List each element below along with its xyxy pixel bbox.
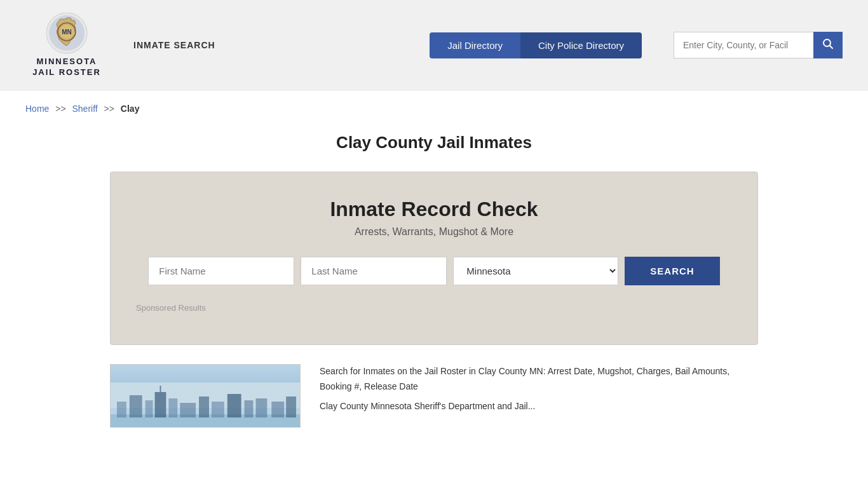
svg-rect-22 [271, 402, 284, 417]
page-title: Clay County Jail Inmates [0, 133, 868, 152]
breadcrumb: Home >> Sheriff >> Clay [0, 91, 868, 126]
header-search-bar [674, 32, 843, 58]
svg-rect-14 [168, 398, 177, 417]
header-search-button[interactable] [813, 32, 843, 58]
record-check-box: Inmate Record Check Arrests, Warrants, M… [110, 172, 758, 345]
svg-rect-17 [199, 396, 209, 417]
svg-text:MN: MN [62, 29, 72, 36]
last-name-input[interactable] [301, 257, 447, 285]
record-check-form: AlabamaAlaskaArizonaArkansasCaliforniaCo… [136, 257, 732, 285]
svg-line-6 [830, 46, 833, 49]
svg-rect-12 [146, 400, 153, 417]
logo-area: MN MINNESOTA JAIL ROSTER [25, 13, 108, 78]
skyline-image [111, 383, 300, 427]
content-description: Search for Inmates on the Jail Roster in… [320, 364, 758, 395]
svg-rect-21 [255, 398, 267, 417]
svg-rect-19 [227, 394, 241, 417]
mn-logo-icon: MN [46, 13, 88, 54]
svg-rect-11 [130, 395, 142, 417]
state-select[interactable]: AlabamaAlaskaArizonaArkansasCaliforniaCo… [453, 257, 618, 285]
county-image [110, 364, 301, 428]
svg-rect-16 [180, 403, 196, 417]
breadcrumb-sheriff[interactable]: Sheriff [72, 104, 98, 114]
breadcrumb-current: Clay [121, 104, 140, 114]
search-icon [822, 38, 834, 50]
record-check-section: Inmate Record Check Arrests, Warrants, M… [85, 172, 783, 345]
content-text: Search for Inmates on the Jail Roster in… [320, 364, 758, 428]
svg-rect-20 [245, 400, 254, 417]
svg-rect-23 [286, 396, 296, 417]
sponsored-results-label: Sponsored Results [136, 303, 732, 313]
breadcrumb-sep2: >> [104, 104, 114, 114]
city-police-directory-button[interactable]: City Police Directory [520, 32, 642, 58]
site-logo-title: MINNESOTA JAIL ROSTER [32, 57, 101, 78]
record-search-button[interactable]: SEARCH [625, 257, 719, 285]
record-check-subtitle: Arrests, Warrants, Mugshot & More [136, 226, 732, 238]
svg-rect-10 [117, 402, 126, 417]
breadcrumb-sep1: >> [55, 104, 65, 114]
svg-rect-13 [155, 392, 166, 417]
inmate-search-link[interactable]: INMATE SEARCH [133, 40, 215, 50]
nav-buttons: Jail Directory City Police Directory [430, 32, 642, 58]
site-header: MN MINNESOTA JAIL ROSTER INMATE SEARCH J… [0, 0, 868, 91]
breadcrumb-home[interactable]: Home [25, 104, 49, 114]
record-check-title: Inmate Record Check [136, 198, 732, 221]
first-name-input[interactable] [148, 257, 294, 285]
jail-directory-button[interactable]: Jail Directory [430, 32, 520, 58]
svg-rect-18 [212, 402, 224, 417]
content-section: Search for Inmates on the Jail Roster in… [85, 364, 783, 453]
header-search-input[interactable] [674, 32, 813, 58]
content-description2: Clay County Minnesota Sheriff's Departme… [320, 399, 758, 414]
